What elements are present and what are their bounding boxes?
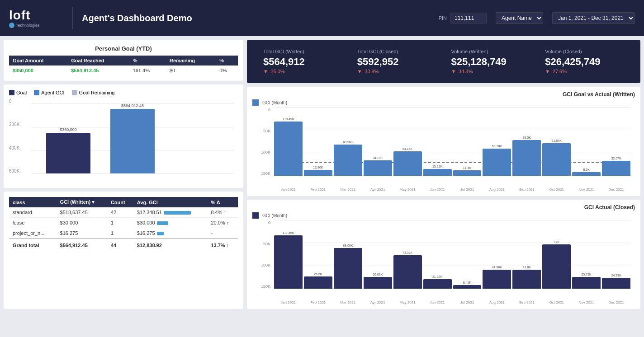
x-label: Feb 2021: [304, 300, 332, 304]
x-label: Jun 2021: [423, 300, 452, 304]
logo-text: loft: [9, 8, 31, 23]
cell-class: lease: [9, 218, 57, 228]
legend-text: Goal: [16, 90, 27, 95]
written-y-labels: 150K100K50K0: [252, 108, 272, 176]
bar-value-label: 89.08K: [343, 244, 353, 247]
bar-value-label: 25.72K: [582, 273, 592, 276]
right-column: Total GCI (Written) $564,912 ▼ -35.0% To…: [247, 40, 640, 309]
bar-group: $350,000: [41, 103, 96, 173]
cell-avg: $30,000: [133, 218, 208, 228]
table-row: standard $518,637.45 42 $12,348.51 8.4% …: [9, 207, 238, 218]
y-label: 50K: [252, 129, 270, 133]
right-bar-group: 8.45K: [453, 220, 482, 289]
personal-goal-title: Personal Goal (YTD): [9, 45, 238, 52]
x-label: Jan 2021: [274, 187, 303, 192]
bar: [304, 276, 332, 289]
closed-legend-box: [252, 212, 259, 219]
right-bar-group: 117.46K: [274, 220, 303, 289]
closed-x-labels: Jan 2021Feb 2021Mar 2021Apr 2021May 2021…: [252, 300, 635, 304]
stat-value: $26,425,749: [545, 56, 624, 68]
y-label: 50K: [252, 242, 270, 246]
bar: [602, 278, 630, 289]
legend-text: Agent GCI: [41, 90, 64, 95]
bar: [274, 235, 303, 289]
legend-text: Goal Remaining: [79, 90, 115, 95]
x-label: May 2021: [393, 300, 422, 304]
stat-label: Volume (Written): [451, 49, 530, 54]
goal-remaining-pct-value: 0%: [216, 66, 238, 75]
date-group: Jan 1, 2021 - Dec 31, 2021: [552, 12, 635, 24]
left-chart-area: 600K400K200K0 $350,000$564,912.45: [9, 99, 238, 183]
class-table: class GCI (Written) ▾ Count Avg. GCI % Δ…: [9, 197, 238, 250]
right-bar-group: 78.5K: [512, 108, 541, 176]
bar: [334, 145, 362, 176]
table-row: lease $30,000 1 $30,000 20.0% ↑: [9, 218, 238, 228]
y-axis-labels: 600K400K200K0: [9, 99, 19, 173]
col-remaining-pct: %: [216, 56, 238, 66]
chart-legend: GoalAgent GCIGoal Remaining: [9, 90, 238, 95]
col-goal-amount: Goal Amount: [9, 56, 67, 66]
right-bar-group: 26.03K: [364, 220, 392, 289]
bar: [393, 255, 422, 289]
right-bar-group: 8.2K: [572, 108, 601, 176]
bar: [542, 143, 571, 176]
agent-group: Agent Name: [496, 12, 543, 24]
pin-input[interactable]: [450, 13, 487, 23]
date-select[interactable]: Jan 1, 2021 - Dec 31, 2021: [552, 12, 635, 24]
page-title: Agent's Dashboard Demo: [82, 13, 192, 23]
grand-total-avg: $12,838.92: [133, 239, 208, 250]
stats-card: Total GCI (Written) $564,912 ▼ -35.0% To…: [247, 40, 640, 83]
x-label: Mar 2021: [334, 187, 362, 192]
y-label: 100K: [252, 263, 270, 267]
x-label: Jun 2021: [423, 187, 452, 192]
grand-total-count: 44: [107, 239, 133, 250]
left-bars-container: $350,000$564,912.45: [32, 103, 233, 173]
header: loft Technologies Agent's Dashboard Demo…: [0, 0, 644, 36]
bar: [453, 170, 482, 176]
cell-gci: $518,637.45: [57, 207, 107, 218]
right-bar-group: 89.08K: [334, 220, 362, 289]
x-label: Jan 2021: [274, 300, 303, 304]
pin-group: PIN: [439, 13, 487, 23]
written-bars: 119.49K12.96K68.96K34.19K54.15K15.22K11.…: [274, 108, 630, 176]
grand-total-row: Grand total $564,912.45 44 $12,838.92 13…: [9, 239, 238, 250]
written-legend-box: [252, 99, 259, 106]
agent-select[interactable]: Agent Name: [496, 12, 543, 24]
bar-value-label: 26.03K: [373, 273, 383, 276]
gci-written-chart-area: 150K100K50K0 GCI Goal 119.49K12.96K68.96…: [252, 108, 635, 187]
right-bar-group: 12.96K: [304, 108, 332, 176]
bar-value-label: 15.22K: [432, 165, 442, 168]
col-remaining: Remaining: [166, 56, 216, 66]
bar: [483, 270, 511, 289]
y-label: 400K: [9, 145, 19, 150]
bar: [542, 244, 571, 289]
stat-value: $25,128,749: [451, 56, 530, 68]
right-bar-group: 54.15K: [393, 108, 422, 176]
logo-sub: Technologies: [9, 23, 40, 28]
stat-label: Volume (Closed): [545, 49, 624, 54]
x-label: Aug 2021: [483, 300, 511, 304]
bar-group: [169, 103, 224, 173]
right-bar-group: 97K: [542, 220, 571, 289]
bar: [602, 161, 630, 176]
down-arrow-icon: ▼: [357, 69, 362, 74]
bar-label: $350,000: [60, 127, 77, 132]
gci-written-chart-card: GCI Goal vs Actual (Written) GCI (Month)…: [247, 87, 640, 196]
bar-value-label: 8.45K: [463, 281, 471, 284]
bar-value-label: 26.6K: [314, 272, 322, 276]
written-x-labels: Jan 2021Feb 2021Mar 2021Apr 2021May 2021…: [252, 187, 635, 192]
right-bar-group: 15.22K: [423, 108, 452, 176]
bar: [46, 133, 90, 173]
bar: [423, 279, 452, 289]
cell-pct: 20.0% ↑: [207, 218, 238, 228]
grand-total-label: Grand total: [9, 239, 57, 250]
y-label: 0: [252, 108, 270, 112]
bar-value-label: 21.22K: [432, 275, 442, 278]
right-bar-group: 59.78K: [483, 108, 511, 176]
goal-remaining-value: $0: [166, 66, 216, 75]
stat-item: Volume (Closed) $26,425,749 ▼ -27.6%: [538, 45, 631, 78]
bar-value-label: 41.8K: [523, 266, 531, 269]
bar-value-label: 97K: [554, 240, 559, 243]
x-label: Nov 2021: [572, 300, 601, 304]
bar-group: $564,912.45: [105, 103, 160, 173]
